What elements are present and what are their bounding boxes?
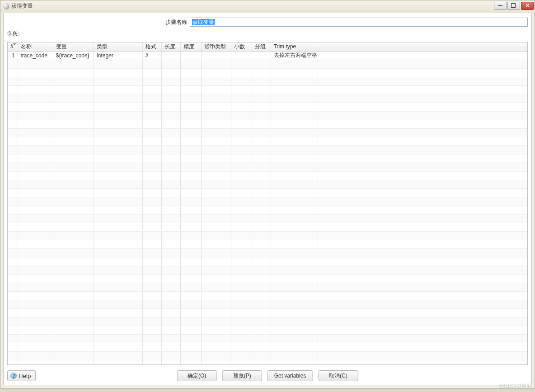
cell-precision[interactable] <box>180 111 201 120</box>
cell-trim[interactable] <box>271 77 318 85</box>
cell-length[interactable] <box>161 94 180 103</box>
cell-name[interactable] <box>18 68 53 77</box>
cell-currency[interactable] <box>201 223 231 231</box>
cell-type[interactable] <box>94 326 142 334</box>
cell-group[interactable] <box>252 326 271 334</box>
cell-precision[interactable] <box>180 291 201 300</box>
cell-group[interactable] <box>252 300 271 308</box>
cell-group[interactable] <box>252 223 271 231</box>
col-header-type[interactable]: 类型 <box>94 42 142 51</box>
cell-index[interactable] <box>8 197 18 205</box>
cell-variable[interactable] <box>53 163 94 171</box>
cell-name[interactable] <box>18 240 53 248</box>
cell-rest[interactable] <box>318 94 527 103</box>
cell-currency[interactable] <box>201 317 231 326</box>
cell-length[interactable] <box>161 111 180 120</box>
cell-precision[interactable] <box>180 223 201 231</box>
cell-precision[interactable] <box>180 128 201 137</box>
cell-variable[interactable] <box>53 137 94 145</box>
cell-trim[interactable] <box>271 274 318 283</box>
cell-type[interactable] <box>94 171 142 180</box>
col-header-length[interactable]: 长度 <box>161 42 180 51</box>
cell-rest[interactable] <box>318 51 527 60</box>
cell-trim[interactable] <box>271 205 318 214</box>
cell-decimals[interactable] <box>231 317 252 326</box>
cell-type[interactable] <box>94 197 142 205</box>
cell-index[interactable] <box>8 205 18 214</box>
cell-length[interactable] <box>161 51 180 60</box>
cell-format[interactable] <box>142 351 161 360</box>
cell-length[interactable] <box>161 60 180 68</box>
col-header-currency[interactable]: 货币类型 <box>201 42 231 51</box>
cell-index[interactable] <box>8 120 18 128</box>
cell-index[interactable] <box>8 291 18 300</box>
cell-variable[interactable] <box>53 360 94 365</box>
close-button[interactable]: ✕ <box>521 2 534 10</box>
cell-length[interactable] <box>161 248 180 257</box>
cell-length[interactable] <box>161 283 180 291</box>
cell-type[interactable] <box>94 360 142 365</box>
col-header-index[interactable]: # <box>8 42 18 51</box>
cell-index[interactable] <box>8 248 18 257</box>
cell-trim[interactable] <box>271 326 318 334</box>
table-row[interactable] <box>8 77 527 85</box>
cell-rest[interactable] <box>318 128 527 137</box>
cell-trim[interactable] <box>271 103 318 111</box>
cell-currency[interactable] <box>201 171 231 180</box>
cell-rest[interactable] <box>318 214 527 223</box>
cell-precision[interactable] <box>180 248 201 257</box>
cell-currency[interactable] <box>201 308 231 317</box>
cell-group[interactable] <box>252 360 271 365</box>
preview-button[interactable]: 预览(P) <box>222 370 262 381</box>
cell-format[interactable] <box>142 128 161 137</box>
cell-type[interactable] <box>94 334 142 343</box>
cell-decimals[interactable] <box>231 103 252 111</box>
cell-currency[interactable] <box>201 291 231 300</box>
col-header-precision[interactable]: 精度 <box>180 42 201 51</box>
cell-format[interactable] <box>142 205 161 214</box>
cell-precision[interactable] <box>180 197 201 205</box>
cell-index[interactable] <box>8 128 18 137</box>
cell-precision[interactable] <box>180 360 201 365</box>
table-row[interactable] <box>8 85 527 94</box>
table-row[interactable] <box>8 266 527 274</box>
cell-index[interactable] <box>8 240 18 248</box>
cell-currency[interactable] <box>201 60 231 68</box>
cell-variable[interactable] <box>53 317 94 326</box>
cell-group[interactable] <box>252 51 271 60</box>
cell-name[interactable] <box>18 120 53 128</box>
cell-variable[interactable] <box>53 274 94 283</box>
table-row[interactable] <box>8 214 527 223</box>
cell-rest[interactable] <box>318 205 527 214</box>
cell-variable[interactable] <box>53 188 94 197</box>
cell-type[interactable] <box>94 111 142 120</box>
cell-variable[interactable] <box>53 326 94 334</box>
cell-type[interactable] <box>94 60 142 68</box>
cell-format[interactable] <box>142 257 161 266</box>
cell-name[interactable] <box>18 283 53 291</box>
cell-trim[interactable] <box>271 223 318 231</box>
cell-rest[interactable] <box>318 317 527 326</box>
cell-index[interactable] <box>8 334 18 343</box>
cell-decimals[interactable] <box>231 51 252 60</box>
cell-precision[interactable] <box>180 274 201 283</box>
cell-format[interactable] <box>142 326 161 334</box>
cell-precision[interactable] <box>180 231 201 240</box>
cell-decimals[interactable] <box>231 163 252 171</box>
cell-rest[interactable] <box>318 326 527 334</box>
cell-trim[interactable] <box>271 163 318 171</box>
cell-decimals[interactable] <box>231 85 252 94</box>
cell-length[interactable] <box>161 171 180 180</box>
cell-precision[interactable] <box>180 163 201 171</box>
cell-index[interactable] <box>8 60 18 68</box>
cell-name[interactable] <box>18 171 53 180</box>
cell-group[interactable] <box>252 308 271 317</box>
cell-type[interactable] <box>94 68 142 77</box>
table-row[interactable] <box>8 240 527 248</box>
cell-precision[interactable] <box>180 103 201 111</box>
cell-variable[interactable] <box>53 248 94 257</box>
cell-length[interactable] <box>161 103 180 111</box>
cell-format[interactable] <box>142 163 161 171</box>
cell-rest[interactable] <box>318 145 527 154</box>
cell-name[interactable] <box>18 154 53 163</box>
